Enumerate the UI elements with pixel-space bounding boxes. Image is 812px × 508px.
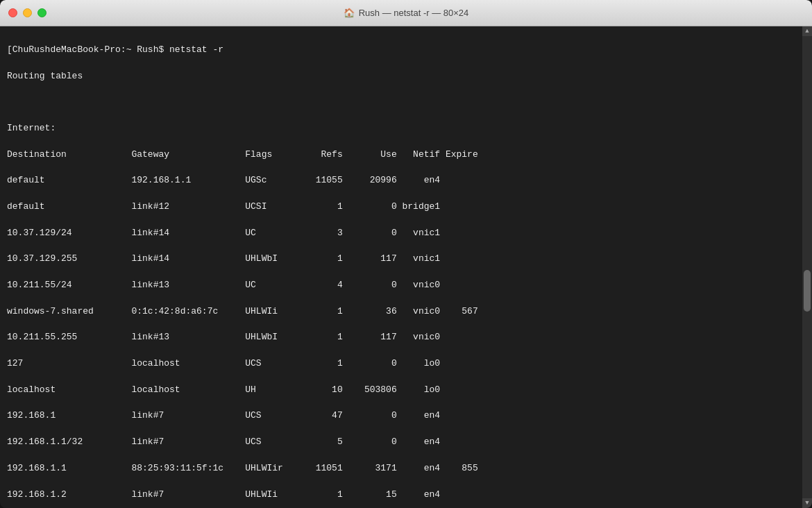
traffic-lights [8, 8, 46, 17]
output-line-3: Internet: [7, 123, 56, 133]
terminal-output[interactable]: [ChuRushdeMacBook-Pro:~ Rush$ netstat -r… [0, 26, 802, 508]
scrollbar-track[interactable] [802, 36, 812, 498]
table-header: Destination Gateway Flags Refs Use Netif… [7, 149, 478, 160]
output-line-1: Routing tables [7, 71, 83, 81]
titlebar: 🏠 Rush — netstat -r — 80×24 [0, 0, 812, 26]
row-10-37-129-255: 10.37.129.255 link#14 UHLWbI 1 117 vnic1 [7, 253, 440, 264]
terminal-window[interactable]: [ChuRushdeMacBook-Pro:~ Rush$ netstat -r… [0, 26, 812, 508]
window-title: 🏠 Rush — netstat -r — 80×24 [344, 8, 469, 18]
maximize-button[interactable] [37, 8, 46, 17]
row-192-168-1-1-32: 192.168.1.1/32 link#7 UCS 5 0 en4 [7, 437, 440, 447]
row-192-168-1-2: 192.168.1.2 link#7 UHLWIi 1 15 en4 [7, 489, 440, 500]
row-192-168-1-1: 192.168.1.1 88:25:93:11:5f:1c UHLWIir 11… [7, 463, 478, 473]
row-windows-7: windows-7.shared 0:1c:42:8d:a6:7c UHLWIi… [7, 306, 478, 316]
row-10-211-55-24: 10.211.55/24 link#13 UC 4 0 vnic0 [7, 280, 440, 290]
scroll-down-button[interactable]: ▼ [802, 498, 812, 508]
row-10-211-55-255: 10.211.55.255 link#13 UHLWbI 1 117 vnic0 [7, 332, 440, 342]
row-localhost: localhost localhost UH 10 503806 lo0 [7, 384, 440, 395]
window: 🏠 Rush — netstat -r — 80×24 [ChuRushdeMa… [0, 0, 812, 508]
close-button[interactable] [8, 8, 17, 17]
row-127: 127 localhost UCS 1 0 lo0 [7, 358, 440, 369]
minimize-button[interactable] [23, 8, 32, 17]
scrollbar[interactable]: ▲ ▼ [802, 26, 812, 508]
row-default-1: default 192.168.1.1 UGSc 11055 20996 en4 [7, 175, 440, 185]
row-10-37-129-24: 10.37.129/24 link#14 UC 3 0 vnic1 [7, 228, 440, 238]
row-default-2: default link#12 UCSI 1 0 bridge1 [7, 201, 440, 212]
house-icon: 🏠 [344, 8, 355, 18]
scroll-up-button[interactable]: ▲ [802, 26, 812, 36]
prompt-line: [ChuRushdeMacBook-Pro:~ Rush$ netstat -r [7, 44, 223, 55]
scrollbar-thumb[interactable] [804, 270, 811, 312]
row-192-168-1: 192.168.1 link#7 UCS 47 0 en4 [7, 410, 440, 421]
